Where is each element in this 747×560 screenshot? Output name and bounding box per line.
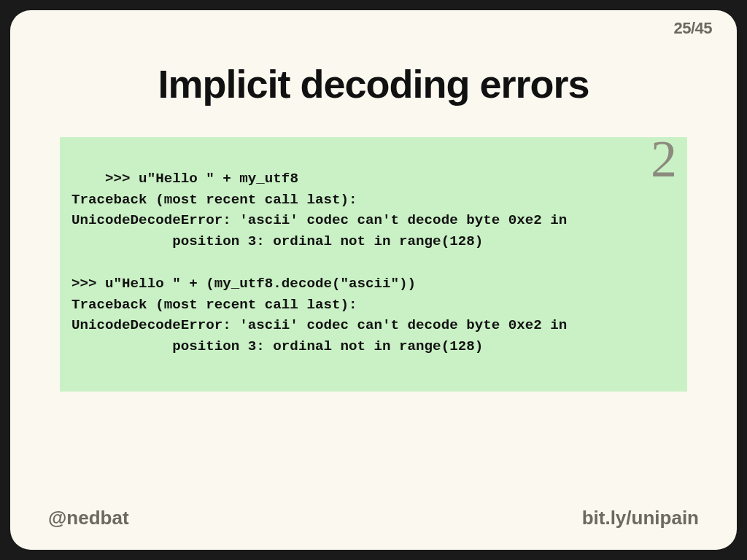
- slide: 25/45 Implicit decoding errors 2>>> u"He…: [10, 10, 737, 550]
- footer-handle: @nedbat: [48, 507, 129, 529]
- page-counter: 25/45: [673, 19, 712, 38]
- python-version-badge: 2: [651, 133, 677, 185]
- page-total: 45: [695, 19, 712, 37]
- footer: @nedbat bit.ly/unipain: [48, 507, 699, 529]
- footer-link: bit.ly/unipain: [582, 507, 699, 529]
- page-current: 25: [673, 19, 690, 37]
- code-content: >>> u"Hello " + my_utf8 Traceback (most …: [71, 171, 567, 354]
- slide-title: Implicit decoding errors: [48, 61, 699, 106]
- code-block: 2>>> u"Hello " + my_utf8 Traceback (most…: [60, 137, 687, 392]
